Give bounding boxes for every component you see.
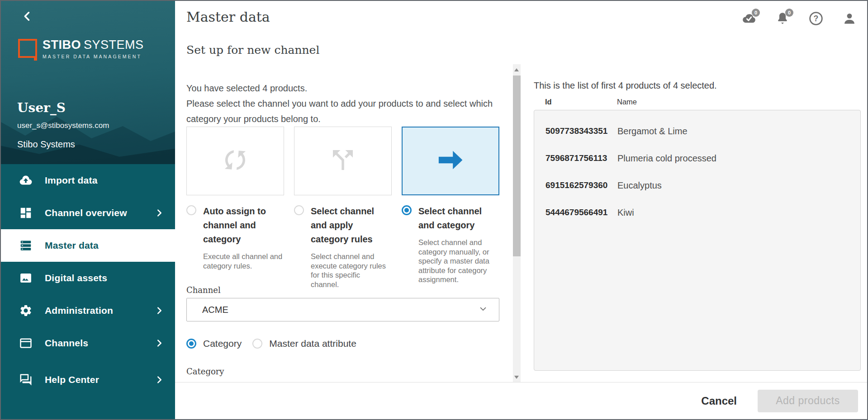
user-email: user_s@stibosystems.com — [17, 121, 109, 130]
scroll-up-arrow[interactable] — [514, 68, 519, 71]
assignment-radio-group: Category Master data attribute — [186, 338, 367, 349]
add-products-button[interactable]: Add products — [758, 390, 858, 412]
chevron-right-icon — [154, 208, 164, 218]
radio-auto-assign[interactable] — [186, 205, 196, 215]
product-row: 7596871756113 Plumeria cold processed — [534, 145, 860, 172]
sidebar-item-channels[interactable]: Channels — [1, 327, 175, 359]
footer-bar: Cancel Add products — [175, 382, 867, 419]
option-description: Select channel and category manually, or… — [418, 238, 497, 284]
dashboard-grid-icon — [19, 206, 33, 220]
chevron-right-icon — [154, 375, 164, 385]
column-header-name: Name — [617, 98, 637, 106]
cancel-button[interactable]: Cancel — [701, 395, 737, 407]
channel-field-label: Channel — [186, 285, 221, 295]
chevron-right-icon — [154, 306, 164, 316]
selection-summary: You have selected 4 products. Please sel… — [186, 80, 493, 127]
option-card-category-rules[interactable] — [294, 127, 392, 195]
radio-category-label: Category — [203, 338, 242, 349]
sidebar-item-administration[interactable]: Administration — [1, 294, 175, 327]
radio-category-rules[interactable] — [294, 205, 304, 215]
option-select-category: Select channel and category Select chann… — [402, 204, 501, 284]
sidebar-item-import-data[interactable]: Import data — [1, 164, 175, 197]
chevron-right-icon — [154, 338, 164, 348]
product-id: 6915162579360 — [545, 180, 617, 190]
sync-arrows-icon — [220, 145, 250, 177]
wizard-title: Set up for new channel — [186, 43, 319, 57]
option-title: Select channel and apply category rules — [311, 204, 391, 246]
product-row: 5444679566491 Kiwi — [534, 199, 860, 226]
sidebar-item-channel-overview[interactable]: Channel overview — [1, 197, 175, 229]
vertical-scrollbar[interactable] — [513, 64, 521, 383]
split-arrows-icon — [328, 145, 358, 177]
gear-icon — [19, 304, 33, 317]
products-summary: This is the list of first 4 products of … — [534, 80, 717, 91]
option-card-select-category[interactable] — [402, 127, 499, 195]
right-arrow-icon — [436, 145, 465, 177]
logo-brand: STIBOSYSTEMS — [43, 39, 144, 51]
stibo-logo-mark — [18, 39, 37, 58]
chat-bubbles-icon — [19, 373, 33, 387]
person-icon — [842, 11, 857, 26]
radio-master-data-attribute-label: Master data attribute — [269, 338, 356, 349]
chevron-left-icon — [21, 17, 33, 24]
radio-category[interactable] — [186, 339, 196, 349]
column-header-id: Id — [545, 98, 552, 106]
product-id: 5444679566491 — [545, 208, 617, 217]
approvals-badge: 0 — [752, 9, 760, 17]
sidebar-menu: Import data Channel overview Master data — [1, 164, 175, 419]
product-row: 6915162579360 Eucalyptus — [534, 172, 860, 199]
help-button[interactable]: ? — [808, 11, 824, 26]
intro-line: Please select the channel you want to ad… — [186, 96, 493, 111]
radio-master-data-attribute[interactable] — [252, 339, 262, 349]
list-server-icon — [19, 239, 33, 252]
profile-button[interactable] — [842, 11, 857, 26]
option-title: Auto assign to channel and category — [203, 204, 271, 246]
app-window: STIBOSYSTEMS MASTER DATA MANAGEMENT User… — [0, 0, 868, 420]
product-name: Kiwi — [617, 208, 634, 218]
sidebar-item-help-center[interactable]: Help Center — [1, 363, 175, 396]
scroll-down-arrow[interactable] — [514, 376, 519, 379]
image-icon — [19, 271, 33, 285]
intro-line: category your products belong to. — [186, 111, 493, 127]
sidebar-collapse-button[interactable] — [21, 10, 33, 23]
product-row: 5097738343351 Bergamot & Lime — [534, 118, 860, 145]
approvals-button[interactable]: 0 — [741, 11, 757, 26]
scrollbar-thumb[interactable] — [513, 76, 521, 256]
category-field-label: Category — [186, 367, 224, 376]
radio-select-category[interactable] — [402, 205, 412, 215]
user-name: User_S — [17, 100, 66, 115]
sidebar: STIBOSYSTEMS MASTER DATA MANAGEMENT User… — [1, 1, 175, 419]
product-name: Eucalyptus — [617, 180, 662, 191]
option-title: Select channel and category — [418, 204, 500, 232]
browser-window-icon — [19, 336, 33, 350]
channel-select[interactable]: ACME — [186, 298, 499, 321]
logo-subtitle: MASTER DATA MANAGEMENT — [43, 54, 144, 59]
header-icons: 0 0 ? — [741, 11, 857, 26]
product-name: Bergamot & Lime — [617, 126, 688, 137]
svg-text:?: ? — [814, 14, 819, 23]
user-organization: Stibo Systems — [17, 139, 75, 150]
option-card-auto-assign[interactable] — [186, 127, 284, 195]
stibo-systems-logo: STIBOSYSTEMS MASTER DATA MANAGEMENT — [18, 39, 144, 59]
option-auto-assign: Auto assign to channel and category Exec… — [186, 204, 286, 270]
cloud-upload-icon — [19, 174, 33, 187]
product-id: 7596871756113 — [545, 153, 617, 163]
notifications-button[interactable]: 0 — [775, 11, 790, 26]
channel-select-value: ACME — [202, 305, 478, 315]
question-mark-icon: ? — [808, 11, 824, 26]
option-description: Select channel and execute category rule… — [311, 252, 390, 289]
product-name: Plumeria cold processed — [617, 153, 716, 164]
sidebar-item-digital-assets[interactable]: Digital assets — [1, 262, 175, 294]
sidebar-item-master-data[interactable]: Master data — [1, 229, 175, 262]
chevron-down-icon — [478, 304, 488, 316]
option-description: Execute all channel and category rules. — [203, 252, 287, 270]
option-category-rules: Select channel and apply category rules … — [294, 204, 394, 289]
sidebar-photo: STIBOSYSTEMS MASTER DATA MANAGEMENT User… — [1, 1, 175, 164]
intro-line: You have selected 4 products. — [186, 80, 493, 96]
notifications-badge: 0 — [785, 9, 793, 17]
product-id: 5097738343351 — [545, 126, 617, 136]
products-list: 5097738343351 Bergamot & Lime 7596871756… — [534, 110, 861, 371]
page-title: Master data — [186, 9, 270, 25]
